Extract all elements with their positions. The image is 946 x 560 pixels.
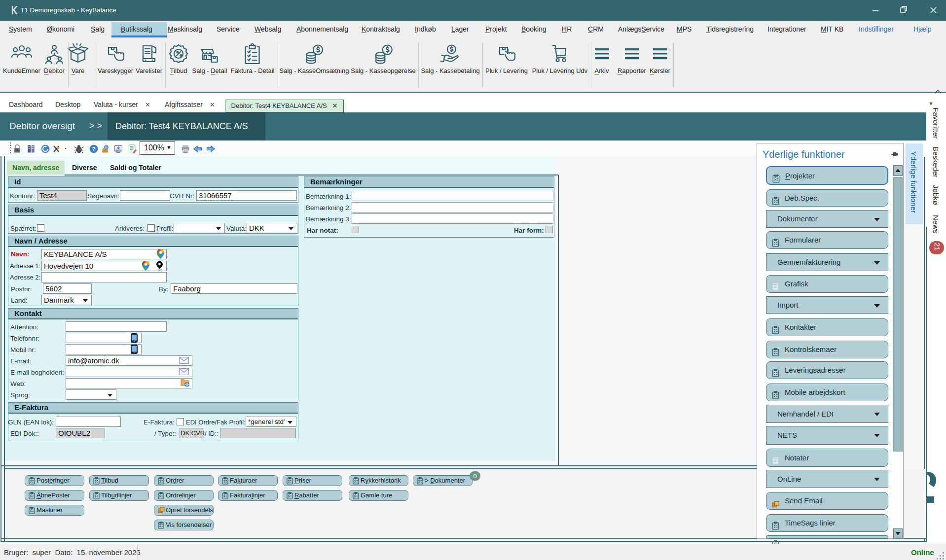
svg-text:?: ? bbox=[92, 145, 95, 152]
